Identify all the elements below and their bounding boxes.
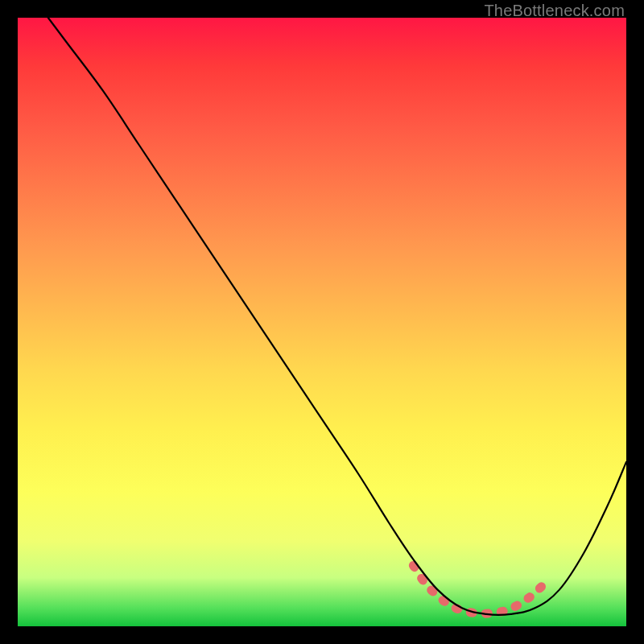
bottleneck-curve-line: [48, 18, 626, 615]
chart-stage: TheBottleneck.com: [0, 0, 644, 644]
curve-layer: [18, 18, 626, 626]
plot-area: [18, 18, 626, 626]
optimal-marker-band: [413, 565, 547, 613]
